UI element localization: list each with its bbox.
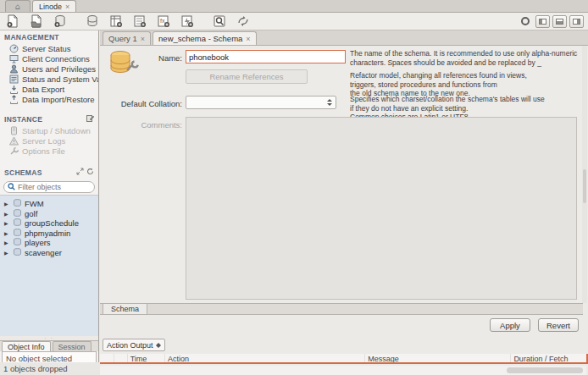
close-icon[interactable]: × [246, 35, 250, 43]
schema-filter-input[interactable] [18, 183, 91, 191]
tab-session[interactable]: Session [53, 341, 92, 351]
svg-text:fx: fx [160, 18, 165, 24]
schema-icon [13, 229, 22, 238]
collation-label: Default Collation: [114, 99, 182, 108]
schema-filter-box [3, 181, 95, 193]
tab-query1[interactable]: Query 1 × [103, 31, 151, 45]
main-toolbar: fx [0, 13, 588, 30]
name-help-text: The name of the schema. It is recommende… [350, 49, 584, 67]
search-icon [8, 183, 15, 192]
connection-tab-linode[interactable]: Linode × [32, 0, 76, 12]
output-col-action[interactable]: Action [165, 354, 365, 362]
name-label: Name: [114, 53, 182, 63]
sidebar-item-startup-shutdown[interactable]: Startup / Shutdown [0, 125, 98, 135]
create-procedure-icon[interactable] [130, 14, 150, 30]
schema-icon [13, 218, 22, 228]
sidebar-item-data-import-restore[interactable]: Data Import/Restore [0, 94, 98, 104]
management-section-header: MANAGEMENT [0, 30, 98, 43]
close-icon[interactable]: × [65, 3, 69, 11]
create-schema-icon[interactable] [50, 14, 70, 30]
system-variables-icon [9, 74, 19, 84]
schema-item-phpmyadmin[interactable]: ▶ phpmyadmin [0, 229, 98, 239]
output-col-time[interactable]: Time [128, 354, 165, 362]
expand-arrow-icon[interactable]: ▶ [4, 211, 10, 217]
editor-bottom-tab-bar: Schema [100, 303, 583, 315]
new-query-tab-icon[interactable] [3, 14, 23, 30]
window-tab-bar: ⌂ Linode × [0, 0, 588, 13]
info-tab-bar: Object Info Session [0, 340, 98, 351]
editor-vertical-scrollbar[interactable] [582, 46, 587, 303]
toggle-left-panel-icon[interactable] [535, 15, 550, 28]
mysql-workbench-window: ⌂ Linode × fx [0, 0, 588, 375]
output-col-status[interactable] [100, 354, 114, 362]
open-sql-script-icon[interactable] [26, 14, 47, 30]
connection-tab-label: Linode [39, 3, 62, 11]
sidebar-item-client-connections[interactable]: Client Connections [0, 53, 98, 63]
data-export-icon [9, 85, 19, 94]
schema-item-players[interactable]: ▶ players [0, 238, 98, 248]
comments-textarea[interactable] [186, 117, 577, 300]
status-text: 1 objects dropped [3, 364, 68, 373]
instance-section-header: INSTANCE [0, 112, 98, 125]
gauge-icon [9, 44, 19, 53]
schema-list: ▶ FWM ▶ golf ▶ groupSchedule ▶ phpmyadmi… [0, 195, 98, 336]
home-tab[interactable]: ⌂ [5, 0, 31, 12]
rename-references-button[interactable]: Rename References [186, 69, 308, 84]
refresh-schemas-icon[interactable] [86, 168, 94, 177]
create-trigger-icon[interactable] [177, 14, 197, 30]
search-table-data-icon[interactable] [209, 14, 230, 30]
apply-button[interactable]: Apply [490, 318, 530, 332]
sidebar-item-status-system-variables[interactable]: Status and System Variables [0, 74, 98, 84]
output-col-message[interactable]: Message [365, 354, 511, 362]
schema-item-fwm[interactable]: ▶ FWM [0, 199, 98, 209]
expand-arrow-icon[interactable]: ▶ [4, 240, 10, 245]
schema-icon [13, 209, 22, 218]
sidebar-item-server-logs[interactable]: Server Logs [0, 135, 98, 146]
expand-arrow-icon[interactable]: ▶ [4, 201, 10, 207]
expand-arrow-icon[interactable]: ▶ [4, 230, 10, 236]
output-table-header: Time Action Message Duration / Fetch [100, 354, 588, 364]
toggle-right-panel-icon[interactable] [569, 15, 584, 28]
default-collation-select[interactable] [186, 96, 336, 109]
horizontal-scrollbar-thumb[interactable] [507, 367, 583, 373]
sidebar-item-data-export[interactable]: Data Export [0, 84, 98, 94]
tab-schema[interactable]: Schema [103, 304, 147, 314]
toggle-bottom-panel-icon[interactable] [552, 15, 567, 28]
create-function-icon[interactable]: fx [153, 14, 174, 30]
tab-object-info[interactable]: Object Info [2, 341, 51, 351]
sidebar-item-users-privileges[interactable]: Users and Privileges [0, 63, 98, 74]
object-info-text: No object selected [6, 354, 72, 362]
tab-new-schema[interactable]: new_schema - Schema × [153, 31, 257, 45]
output-col-duration[interactable]: Duration / Fetch [511, 354, 586, 362]
schema-icon [13, 199, 22, 208]
output-col-index[interactable] [114, 354, 128, 362]
schema-name-input[interactable] [186, 50, 346, 63]
expand-arrow-icon[interactable]: ▶ [4, 250, 10, 256]
status-bar: 1 objects dropped [0, 362, 99, 375]
connection-status-icon [521, 17, 530, 25]
create-table-icon[interactable] [82, 14, 103, 30]
close-icon[interactable]: × [141, 35, 145, 43]
sidebar-item-options-file[interactable]: Options File [0, 146, 98, 156]
schema-item-groupschedule[interactable]: ▶ groupSchedule [0, 218, 98, 229]
schema-editor-panel: Name: The name of the schema. It is reco… [100, 46, 583, 303]
editor-action-bar: Apply Revert [100, 315, 588, 335]
server-logs-icon [9, 136, 19, 146]
revert-button[interactable]: Revert [538, 318, 579, 332]
expand-arrow-icon[interactable]: ▶ [4, 220, 10, 226]
reconnect-dbms-icon[interactable] [233, 14, 253, 30]
object-info-panel: No object selected [2, 351, 97, 362]
home-icon: ⌂ [15, 2, 20, 11]
schema-item-scavenger[interactable]: ▶ scavenger [0, 248, 98, 258]
schema-item-golf[interactable]: ▶ golf [0, 209, 98, 219]
expand-all-icon[interactable] [76, 168, 84, 177]
schemas-section-header: SCHEMAS [0, 165, 98, 179]
schema-icon [13, 238, 22, 247]
scrollbar-thumb[interactable] [583, 169, 586, 203]
create-view-icon[interactable] [106, 14, 126, 30]
edit-instance-icon[interactable] [86, 114, 94, 124]
main-area: Query 1 × new_schema - Schema × Name: Th… [100, 30, 588, 375]
output-selector[interactable]: Action Output [103, 339, 165, 351]
data-import-icon [9, 95, 19, 104]
sidebar-item-server-status[interactable]: Server Status [0, 43, 98, 53]
